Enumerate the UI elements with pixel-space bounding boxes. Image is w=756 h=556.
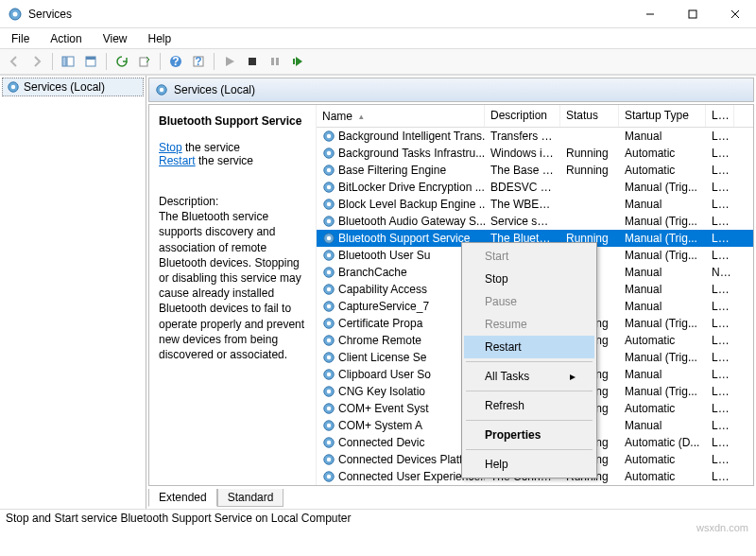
help-button[interactable]: ? — [165, 51, 186, 72]
svg-point-34 — [327, 219, 331, 223]
svg-point-22 — [160, 88, 163, 92]
forward-button[interactable] — [26, 51, 47, 72]
ctx-restart[interactable]: Restart — [464, 336, 594, 358]
svg-point-64 — [327, 475, 331, 478]
ctx-sep — [466, 391, 593, 391]
svg-point-24 — [327, 134, 331, 138]
ctx-alltasks[interactable]: All Tasks▸ — [464, 365, 594, 388]
gear-icon — [322, 147, 335, 160]
stop-link[interactable]: Stop — [159, 141, 182, 154]
separator — [214, 53, 215, 70]
svg-point-58 — [327, 424, 331, 427]
back-button[interactable] — [4, 51, 25, 72]
ctx-resume[interactable]: Resume — [464, 313, 594, 336]
ctx-stop[interactable]: Stop — [464, 268, 594, 290]
menu-view[interactable]: View — [99, 30, 131, 47]
svg-rect-3 — [689, 10, 696, 18]
titlebar: Services — [0, 0, 756, 28]
sort-arrow-icon: ▴ — [359, 112, 364, 121]
ctx-help[interactable]: Help — [464, 453, 594, 476]
table-row[interactable]: BitLocker Drive Encryption ...BDESVC hos… — [317, 179, 753, 196]
detail-title: Bluetooth Support Service — [159, 114, 308, 128]
app-icon — [8, 7, 23, 22]
table-row[interactable]: Base Filtering EngineThe Base Fil...Runn… — [317, 162, 753, 179]
close-button[interactable] — [713, 0, 756, 27]
ctx-sep — [466, 420, 593, 421]
col-status[interactable]: Status — [560, 105, 619, 127]
svg-point-62 — [327, 458, 331, 461]
stop-service-button[interactable] — [242, 51, 263, 72]
tab-standard[interactable]: Standard — [217, 489, 284, 507]
col-logon[interactable]: Log — [706, 105, 734, 127]
svg-point-42 — [327, 287, 331, 291]
minimize-button[interactable] — [628, 0, 671, 27]
gear-icon — [322, 453, 335, 466]
stop-suffix: the service — [182, 141, 240, 154]
ctx-pause[interactable]: Pause — [464, 290, 594, 313]
svg-point-20 — [11, 85, 15, 89]
table-row[interactable]: Background Intelligent Trans...Transfers… — [317, 128, 753, 145]
menu-action[interactable]: Action — [46, 30, 85, 47]
svg-point-50 — [327, 356, 331, 359]
gear-icon — [322, 385, 335, 398]
svg-text:?: ? — [172, 55, 179, 68]
menu-file[interactable]: File — [8, 30, 33, 47]
gear-icon — [322, 249, 335, 262]
col-startup[interactable]: Startup Type — [619, 105, 706, 127]
desc-label: Description: — [159, 194, 308, 209]
ctx-start[interactable]: Start — [464, 245, 594, 268]
svg-rect-6 — [62, 57, 66, 66]
svg-point-46 — [327, 321, 331, 325]
gear-icon — [322, 181, 335, 194]
properties-button[interactable] — [80, 51, 101, 72]
export-button[interactable] — [134, 51, 155, 72]
gear-icon — [322, 334, 335, 347]
main-header: Services (Local) — [148, 78, 754, 102]
gear-icon — [322, 283, 335, 296]
svg-point-32 — [327, 202, 331, 206]
tree-root-services[interactable]: Services (Local) — [2, 78, 144, 96]
maximize-button[interactable] — [671, 0, 713, 27]
tree-root-label: Services (Local) — [24, 80, 105, 94]
gear-icon — [322, 436, 335, 449]
toolbar: ? ? — [0, 48, 756, 75]
table-row[interactable]: Background Tasks Infrastru...Windows in.… — [317, 145, 753, 162]
gear-icon — [322, 402, 335, 415]
svg-point-30 — [327, 185, 331, 189]
col-name[interactable]: Name▴ — [317, 105, 485, 127]
gear-icon — [7, 80, 20, 94]
content: Bluetooth Support Service Stop the servi… — [148, 104, 754, 486]
restart-link[interactable]: Restart — [159, 154, 196, 167]
start-service-button[interactable] — [219, 51, 240, 72]
pause-service-button[interactable] — [265, 51, 285, 72]
detail-panel: Bluetooth Support Service Stop the servi… — [149, 105, 317, 485]
gear-icon — [322, 300, 335, 313]
menubar: File Action View Help — [0, 28, 756, 48]
svg-point-40 — [327, 270, 331, 274]
svg-rect-17 — [276, 58, 279, 65]
ctx-refresh[interactable]: Refresh — [464, 394, 594, 417]
window-title: Services — [28, 8, 628, 21]
show-hide-tree-button[interactable] — [58, 51, 78, 72]
gear-icon — [322, 419, 335, 432]
help2-button[interactable]: ? — [188, 51, 209, 72]
svg-point-54 — [327, 390, 331, 393]
status-bar: Stop and Start service Bluetooth Support… — [0, 509, 756, 528]
ctx-properties[interactable]: Properties — [464, 424, 594, 446]
menu-help[interactable]: Help — [145, 30, 176, 47]
restart-service-button[interactable] — [287, 51, 308, 72]
svg-point-38 — [327, 253, 331, 257]
gear-icon — [155, 83, 168, 96]
table-row[interactable]: Block Level Backup Engine ...The WBENG..… — [317, 196, 753, 213]
gear-icon — [322, 351, 335, 364]
refresh-button[interactable] — [112, 51, 132, 72]
svg-rect-18 — [293, 59, 295, 64]
col-description[interactable]: Description — [485, 105, 560, 127]
list-header: Name▴ Description Status Startup Type Lo… — [317, 105, 753, 128]
table-row[interactable]: Bluetooth Audio Gateway S...Service sup.… — [317, 213, 753, 230]
gear-icon — [322, 232, 335, 245]
tab-extended[interactable]: Extended — [148, 489, 217, 507]
svg-point-48 — [327, 339, 331, 342]
gear-icon — [322, 164, 335, 177]
main-header-label: Services (Local) — [174, 83, 255, 96]
